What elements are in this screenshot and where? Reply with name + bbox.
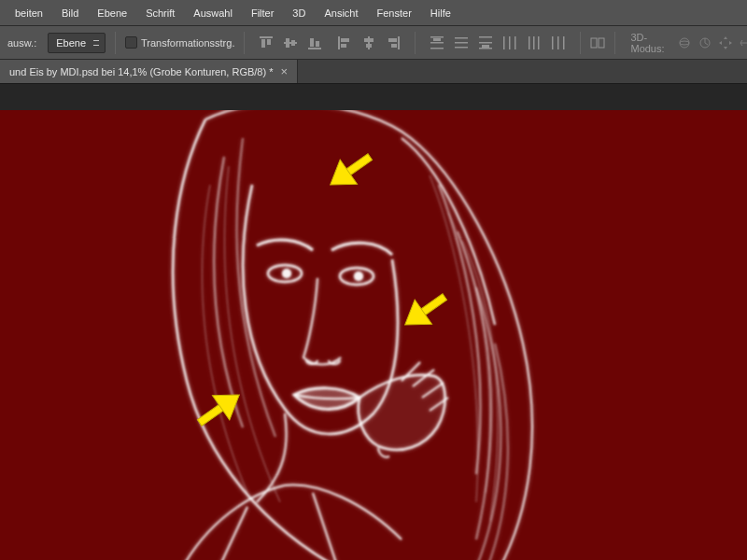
menu-filter[interactable]: Filter xyxy=(242,2,283,24)
svg-rect-14 xyxy=(366,44,372,48)
svg-rect-23 xyxy=(455,42,468,44)
svg-rect-16 xyxy=(388,38,397,42)
menu-bearbeiten[interactable]: beiten xyxy=(6,2,52,24)
divider xyxy=(580,32,581,54)
divider xyxy=(115,32,116,54)
svg-point-40 xyxy=(680,38,689,48)
checkbox-icon[interactable] xyxy=(125,36,137,49)
svg-rect-21 xyxy=(433,38,441,41)
divider xyxy=(415,32,416,54)
svg-rect-27 xyxy=(479,48,492,49)
svg-rect-10 xyxy=(341,38,349,42)
svg-rect-35 xyxy=(552,36,554,49)
auto-align-icon[interactable] xyxy=(590,31,605,55)
svg-rect-22 xyxy=(455,37,468,39)
distribute-group xyxy=(425,31,571,55)
align-right-icon[interactable] xyxy=(381,31,405,55)
divider xyxy=(614,32,615,54)
document-canvas[interactable] xyxy=(0,84,747,560)
svg-rect-17 xyxy=(391,44,397,48)
distribute-vcenter-icon[interactable] xyxy=(449,31,473,55)
svg-rect-0 xyxy=(260,36,273,38)
mode-3d-tools xyxy=(676,35,747,51)
menu-3d[interactable]: 3D xyxy=(283,2,315,24)
menu-hilfe[interactable]: Hilfe xyxy=(421,2,460,24)
dropdown-value: Ebene xyxy=(56,37,86,49)
menu-schrift[interactable]: Schrift xyxy=(136,2,184,24)
align-bottom-icon[interactable] xyxy=(303,31,327,55)
auto-select-dropdown[interactable]: Ebene xyxy=(48,33,106,53)
slide-3d-icon[interactable] xyxy=(738,35,747,51)
svg-rect-1 xyxy=(261,39,265,48)
orbit-3d-icon[interactable] xyxy=(676,35,693,51)
options-bar: ausw.: Ebene Transformationsstrg. 3D-Mod… xyxy=(0,26,747,60)
svg-rect-20 xyxy=(430,48,444,49)
roll-3d-icon[interactable] xyxy=(697,35,713,51)
distribute-right-icon[interactable] xyxy=(546,31,571,55)
svg-rect-2 xyxy=(267,39,271,45)
svg-rect-24 xyxy=(455,47,468,49)
menu-bar: beiten Bild Ebene Schrift Auswahl Filter… xyxy=(0,0,747,26)
menu-fenster[interactable]: Fenster xyxy=(368,2,421,24)
svg-point-41 xyxy=(680,41,689,45)
svg-rect-34 xyxy=(538,36,540,49)
svg-rect-19 xyxy=(430,42,444,44)
align-hcenter-icon[interactable] xyxy=(357,31,381,55)
svg-point-48 xyxy=(354,272,363,281)
close-tab-icon[interactable]: × xyxy=(280,65,288,77)
transform-controls-check[interactable]: Transformationsstrg. xyxy=(125,36,234,49)
svg-rect-13 xyxy=(364,38,374,42)
svg-rect-31 xyxy=(514,36,516,49)
document-tab[interactable]: und Eis by MDI.psd bei 14,1% (Grobe Kont… xyxy=(0,60,298,83)
svg-rect-25 xyxy=(479,36,492,38)
svg-rect-28 xyxy=(482,45,489,48)
svg-rect-30 xyxy=(509,36,511,49)
align-left-icon[interactable] xyxy=(332,31,357,55)
svg-rect-8 xyxy=(316,41,319,47)
svg-rect-11 xyxy=(341,44,346,48)
svg-rect-9 xyxy=(338,36,340,49)
svg-rect-36 xyxy=(557,36,559,49)
checkbox-label: Transformationsstrg. xyxy=(141,37,234,49)
divider xyxy=(244,32,245,54)
align-vcenter-icon[interactable] xyxy=(278,31,303,55)
svg-rect-7 xyxy=(310,38,314,47)
align-edges-h-group xyxy=(332,31,405,55)
svg-rect-5 xyxy=(291,40,295,46)
auto-select-label: ausw.: xyxy=(2,37,42,49)
svg-rect-18 xyxy=(430,36,444,38)
menu-bild[interactable]: Bild xyxy=(52,2,88,24)
document-tab-title: und Eis by MDI.psd bei 14,1% (Grobe Kont… xyxy=(9,66,273,77)
menu-ebene[interactable]: Ebene xyxy=(88,2,136,24)
distribute-left-icon[interactable] xyxy=(498,31,522,55)
svg-rect-39 xyxy=(599,38,604,48)
svg-rect-29 xyxy=(503,36,505,49)
svg-rect-33 xyxy=(533,36,535,49)
svg-rect-38 xyxy=(591,38,597,48)
svg-point-46 xyxy=(282,269,291,278)
pan-3d-icon[interactable] xyxy=(717,35,734,51)
align-top-icon[interactable] xyxy=(254,31,278,55)
mode-3d-label: 3D-Modus: xyxy=(625,32,669,54)
svg-rect-32 xyxy=(529,36,530,49)
menu-auswahl[interactable]: Auswahl xyxy=(184,2,242,24)
canvas-area xyxy=(0,84,747,560)
distribute-bottom-icon[interactable] xyxy=(473,31,498,55)
distribute-top-icon[interactable] xyxy=(425,31,449,55)
svg-rect-37 xyxy=(563,36,565,49)
svg-rect-4 xyxy=(286,38,289,48)
image-content xyxy=(0,110,747,560)
document-tab-bar: und Eis by MDI.psd bei 14,1% (Grobe Kont… xyxy=(0,60,747,84)
align-edges-group xyxy=(254,31,327,55)
svg-rect-6 xyxy=(308,48,321,49)
svg-rect-15 xyxy=(398,36,400,49)
menu-ansicht[interactable]: Ansicht xyxy=(315,2,367,24)
svg-rect-26 xyxy=(479,42,492,44)
distribute-hcenter-icon[interactable] xyxy=(522,31,546,55)
